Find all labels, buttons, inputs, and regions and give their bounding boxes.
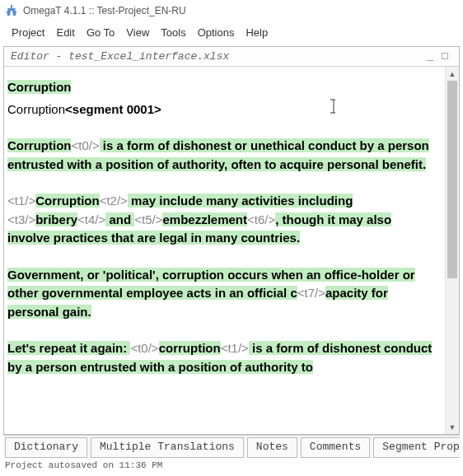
- vertical-scrollbar[interactable]: ▲ ▼: [445, 67, 459, 434]
- editor-header: Editor - test_Excel_interface.xlsx _ □: [4, 47, 459, 67]
- app-icon: [5, 4, 18, 17]
- status-text: Project autosaved on 11:36 PM: [5, 460, 162, 470]
- titlebar: OmegaT 4.1.1 :: Test-Project_EN-RU: [0, 0, 463, 21]
- menu-edit[interactable]: Edit: [51, 25, 79, 40]
- tag-t2: <t2/>: [100, 194, 128, 208]
- tag-t5: <t5/>: [134, 212, 162, 226]
- main-content: Editor - test_Excel_interface.xlsx _ □ C…: [0, 43, 463, 458]
- segment-1-source: Corruption: [7, 78, 435, 97]
- segment-2: Corruption<t0/> is a form of dishonest o…: [7, 137, 435, 174]
- tag-t1: <t1/>: [7, 194, 35, 208]
- menu-options[interactable]: Options: [193, 25, 240, 40]
- menu-project[interactable]: Project: [7, 25, 49, 40]
- menu-goto[interactable]: Go To: [82, 25, 119, 40]
- tag-t0: <t0/>: [71, 138, 99, 152]
- segment-1-target[interactable]: Corruption<segment 0001>: [7, 99, 435, 119]
- tag-t3: <t3/>: [7, 212, 35, 226]
- segment-3: <t1/>Corruption<t2/> may include many ac…: [7, 192, 435, 248]
- tag-t0b: <t0/>: [130, 341, 158, 355]
- source-text: Corruption: [7, 80, 71, 94]
- segment-5: Let's repeat it again: <t0/>corruption<t…: [7, 339, 435, 376]
- scroll-down-icon[interactable]: ▼: [446, 420, 459, 434]
- text-cursor-icon: [330, 99, 338, 114]
- editor-body[interactable]: Corruption Corruption<segment 0001> Corr…: [4, 67, 445, 434]
- tab-notes[interactable]: Notes: [247, 437, 297, 458]
- scroll-thumb[interactable]: [447, 81, 457, 278]
- scroll-up-icon[interactable]: ▲: [446, 67, 459, 81]
- menu-tools[interactable]: Tools: [156, 25, 190, 40]
- tag-t7: <t7/>: [297, 286, 325, 300]
- tag-t1b: <t1/>: [221, 341, 249, 355]
- tab-dictionary[interactable]: Dictionary: [5, 437, 87, 458]
- menu-view[interactable]: View: [121, 25, 154, 40]
- svg-rect-0: [11, 5, 12, 8]
- tab-comments[interactable]: Comments: [301, 437, 370, 458]
- minimize-button[interactable]: _: [423, 50, 437, 63]
- menu-help[interactable]: Help: [241, 25, 273, 40]
- segment-marker: <segment 0001>: [65, 102, 161, 116]
- maximize-button[interactable]: □: [437, 50, 452, 63]
- bottom-tabs: Dictionary Multiple Translations Notes C…: [3, 435, 460, 458]
- tab-multiple-translations[interactable]: Multiple Translations: [91, 437, 244, 458]
- tab-segment-properties[interactable]: Segment Proper: [373, 437, 460, 458]
- window-title: OmegaT 4.1.1 :: Test-Project_EN-RU: [23, 5, 186, 16]
- tag-t4: <t4/>: [77, 212, 105, 226]
- tag-t6: <t6/>: [247, 212, 275, 226]
- segment-4: Government, or 'political', corruption o…: [7, 266, 435, 322]
- editor-panel: Editor - test_Excel_interface.xlsx _ □ C…: [3, 46, 460, 435]
- statusbar: Project autosaved on 11:36 PM: [0, 458, 463, 476]
- menubar: Project Edit Go To View Tools Options He…: [0, 21, 463, 43]
- editor-title: Editor - test_Excel_interface.xlsx: [11, 50, 423, 63]
- target-text: Corruption: [7, 102, 65, 116]
